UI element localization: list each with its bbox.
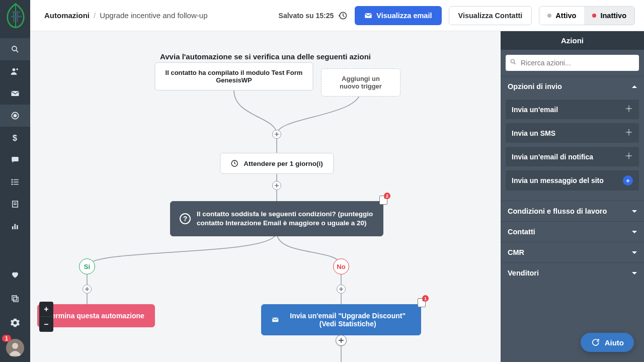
status-active[interactable]: Attivo bbox=[539, 7, 584, 25]
nav-automations[interactable] bbox=[0, 105, 30, 127]
chat-icon bbox=[591, 338, 600, 347]
breadcrumb: Automazioni / Upgrade incentive and foll… bbox=[44, 11, 207, 20]
move-icon bbox=[625, 152, 633, 161]
svg-text:$: $ bbox=[13, 134, 17, 142]
section-vendors[interactable]: Venditori bbox=[501, 262, 644, 283]
svg-point-14 bbox=[12, 184, 13, 185]
svg-point-2 bbox=[13, 68, 16, 71]
svg-point-0 bbox=[12, 46, 17, 51]
send-email-notes-count: 1 bbox=[422, 295, 429, 302]
section-label: CMR bbox=[508, 248, 524, 256]
chevron-down-icon bbox=[632, 210, 637, 213]
nav-favorites[interactable] bbox=[0, 263, 30, 286]
add-step-yes[interactable] bbox=[83, 285, 92, 294]
actions-panel-title: Azioni bbox=[501, 31, 644, 50]
send-email-label: Invia un'email "Upgrade Discount" (Vedi … bbox=[285, 312, 411, 328]
nav-email[interactable] bbox=[0, 82, 30, 105]
svg-rect-21 bbox=[14, 297, 18, 302]
section-label: Contatti bbox=[508, 228, 535, 236]
svg-rect-46 bbox=[627, 155, 631, 156]
action-send-email[interactable]: Invia un'email bbox=[506, 100, 639, 119]
breadcrumb-root[interactable]: Automazioni bbox=[44, 11, 90, 20]
section-label: Venditori bbox=[508, 269, 539, 277]
section-conditions[interactable]: Condizioni e flusso di lavoro bbox=[501, 201, 644, 221]
zoom-in[interactable]: + bbox=[39, 302, 53, 317]
action-label: Invia un'email di notifica bbox=[512, 153, 593, 161]
svg-point-3 bbox=[16, 68, 18, 70]
section-label: Opzioni di invio bbox=[508, 82, 562, 90]
flow-title: Avvia l'automazione se si verifica una d… bbox=[30, 52, 501, 61]
add-step-after-send[interactable] bbox=[336, 335, 347, 346]
action-site-message[interactable]: Invia un messaggio del sito+ bbox=[506, 170, 639, 191]
zoom-control: + – bbox=[39, 302, 53, 332]
send-email-notes[interactable]: 1 bbox=[418, 298, 426, 307]
add-step-button-1[interactable] bbox=[272, 130, 281, 139]
svg-rect-19 bbox=[15, 224, 16, 230]
chevron-down-icon bbox=[632, 251, 637, 254]
dot-active-icon bbox=[547, 14, 551, 18]
action-label: Invia un'email bbox=[512, 106, 558, 114]
svg-rect-8 bbox=[12, 157, 19, 161]
chevron-up-icon bbox=[632, 85, 637, 88]
wait-node[interactable]: Attendere per 1 giorno(i) bbox=[220, 153, 334, 174]
help-button[interactable]: Aiuto bbox=[581, 333, 634, 352]
condition-node[interactable]: ? Il contatto soddisfa le seguenti condi… bbox=[170, 201, 383, 236]
svg-line-1 bbox=[16, 50, 18, 52]
condition-notes[interactable]: 2 bbox=[379, 196, 387, 205]
view-contacts-label: Visualizza Contatti bbox=[458, 12, 523, 20]
send-email-node[interactable]: Invia un'email "Upgrade Discount" (Vedi … bbox=[261, 304, 421, 335]
nav-settings[interactable] bbox=[0, 312, 30, 334]
question-icon: ? bbox=[180, 213, 191, 224]
saved-at-label: Salvato su 15:25 bbox=[279, 12, 334, 20]
section-cmr[interactable]: CMR bbox=[501, 242, 644, 262]
breadcrumb-current: Upgrade incentive and follow-up bbox=[100, 11, 207, 20]
action-notif-email[interactable]: Invia un'email di notifica bbox=[506, 147, 639, 166]
zoom-out[interactable]: – bbox=[39, 317, 53, 332]
actions-search-input[interactable] bbox=[506, 55, 639, 71]
status-inactive[interactable]: Inattivo bbox=[584, 7, 634, 25]
trigger-node[interactable]: Il contatto ha compilato il modulo Test … bbox=[155, 62, 313, 90]
action-label: Invia un SMS bbox=[512, 129, 555, 137]
clock-icon bbox=[230, 159, 238, 167]
user-avatar[interactable]: 1 bbox=[6, 339, 24, 357]
chevron-down-icon bbox=[632, 272, 637, 275]
branch-no: No bbox=[333, 258, 349, 275]
nav-contacts[interactable] bbox=[0, 60, 30, 82]
move-icon bbox=[625, 105, 633, 114]
terminate-node[interactable]: Termina questa automazione bbox=[37, 304, 155, 327]
saved-at: Salvato su 15:25 bbox=[279, 11, 348, 21]
notification-badge: 1 bbox=[2, 335, 11, 342]
mail-icon bbox=[364, 12, 372, 19]
view-email-button[interactable]: Visualizza email bbox=[355, 6, 441, 25]
actions-panel: Azioni Opzioni di invio Invia un'email I… bbox=[501, 31, 644, 362]
svg-point-12 bbox=[12, 179, 13, 180]
section-sending-options[interactable]: Opzioni di invio bbox=[501, 76, 644, 97]
nav-copy[interactable] bbox=[0, 288, 30, 310]
section-label: Condizioni e flusso di lavoro bbox=[508, 207, 607, 215]
svg-rect-42 bbox=[627, 108, 631, 109]
view-contacts-button[interactable]: Visualizza Contatti bbox=[449, 6, 532, 25]
nav-reports[interactable] bbox=[0, 215, 30, 237]
flow-canvas[interactable]: Avvia l'automazione se si verifica una d… bbox=[30, 31, 501, 362]
help-label: Aiuto bbox=[605, 338, 624, 347]
svg-rect-20 bbox=[17, 225, 18, 229]
nav-forms[interactable] bbox=[0, 193, 30, 215]
svg-point-39 bbox=[511, 59, 514, 63]
action-send-sms[interactable]: Invia un SMS bbox=[506, 123, 639, 143]
plus-icon: + bbox=[623, 175, 633, 186]
add-step-button-2[interactable] bbox=[272, 181, 281, 190]
nav-deals[interactable]: $ bbox=[0, 127, 30, 149]
add-trigger-node[interactable]: Aggiungi un nuovo trigger bbox=[321, 68, 400, 97]
dot-inactive-icon bbox=[592, 14, 596, 18]
view-email-label: Visualizza email bbox=[376, 12, 432, 20]
svg-rect-4 bbox=[12, 91, 19, 96]
svg-point-6 bbox=[14, 115, 17, 117]
history-icon[interactable] bbox=[338, 11, 348, 21]
nav-chat[interactable] bbox=[0, 149, 30, 171]
svg-rect-18 bbox=[12, 226, 14, 229]
nav-lists[interactable] bbox=[0, 171, 30, 193]
section-contacts[interactable]: Contatti bbox=[501, 221, 644, 242]
svg-line-40 bbox=[514, 62, 515, 64]
nav-search[interactable] bbox=[0, 38, 30, 60]
add-step-no[interactable] bbox=[337, 285, 346, 294]
